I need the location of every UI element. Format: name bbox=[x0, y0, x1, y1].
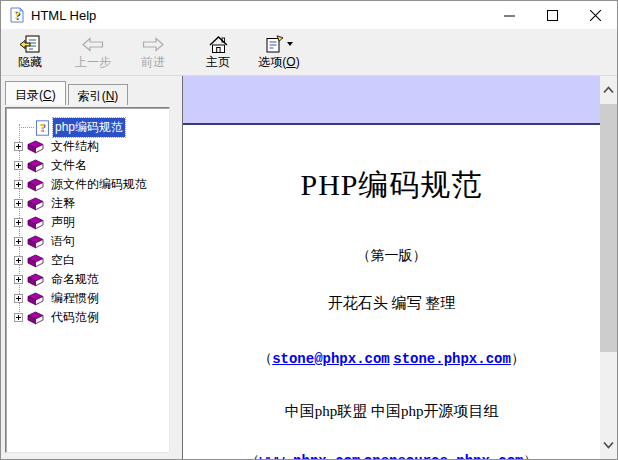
tree-item-label[interactable]: 注释 bbox=[49, 194, 77, 213]
tree-item-file-structure[interactable]: 文件结构 bbox=[6, 137, 169, 156]
close-button[interactable] bbox=[574, 1, 617, 29]
tree-item-label[interactable]: 代码范例 bbox=[49, 308, 101, 327]
tree-item-label[interactable]: php编码规范 bbox=[53, 118, 125, 137]
svg-text:?: ? bbox=[39, 121, 45, 133]
author-line: 开花石头 编写 整理 bbox=[183, 294, 600, 313]
help-page-icon: ? ? bbox=[35, 120, 50, 136]
tree-item-whitespace[interactable]: 空白 bbox=[6, 251, 169, 270]
tree-item-label[interactable]: 空白 bbox=[49, 251, 77, 270]
expand-plus-icon[interactable] bbox=[14, 275, 23, 284]
tree-item-label[interactable]: 文件名 bbox=[49, 156, 89, 175]
tree-item-comments[interactable]: 注释 bbox=[6, 194, 169, 213]
tab-index[interactable]: 索引(N) bbox=[68, 84, 129, 105]
edition-line: （第一版） bbox=[183, 247, 600, 265]
book-icon bbox=[27, 254, 44, 268]
tree-item-label[interactable]: 源文件的编码规范 bbox=[49, 175, 149, 194]
book-icon bbox=[27, 216, 44, 230]
help-app-icon: ? ? bbox=[9, 7, 25, 23]
window-title: HTML Help bbox=[31, 8, 96, 23]
tree-item-label[interactable]: 命名规范 bbox=[49, 270, 101, 289]
back-arrow-icon bbox=[81, 33, 105, 55]
hide-pane-icon bbox=[19, 33, 41, 55]
minimize-icon bbox=[504, 10, 515, 21]
tree-item-naming-conventions[interactable]: 命名规范 bbox=[6, 270, 169, 289]
tree-item-php-coding-standard[interactable]: ? ? php编码规范 bbox=[6, 118, 169, 137]
scroll-down-button[interactable] bbox=[600, 431, 617, 459]
tree-connector bbox=[19, 127, 34, 128]
nav-tabs: 目录(C) 索引(N) bbox=[5, 81, 182, 105]
back-label: 上一步 bbox=[75, 55, 111, 69]
chevron-up-icon bbox=[603, 86, 614, 94]
topic-pane: PHP编码规范 （第一版） 开花石头 编写 整理 （stone@phpx.com… bbox=[182, 76, 617, 459]
close-icon bbox=[590, 10, 601, 21]
tree-item-programming-practices[interactable]: 编程惯例 bbox=[6, 289, 169, 308]
site-line: （www.phpx.com opensource.phpx.com） bbox=[183, 452, 600, 459]
options-icon bbox=[265, 33, 293, 55]
book-icon bbox=[27, 235, 44, 249]
contents-tree: ? ? php编码规范 文件结构 文件名 bbox=[5, 107, 170, 453]
hide-label: 隐藏 bbox=[18, 55, 42, 69]
phpx-link[interactable]: www.phpx.com bbox=[260, 453, 361, 459]
hide-button[interactable]: 隐藏 bbox=[7, 32, 53, 74]
chevron-down-icon bbox=[603, 441, 614, 449]
title-bar: ? ? HTML Help bbox=[1, 1, 617, 29]
document-header-banner bbox=[183, 76, 600, 125]
document-title: PHP编码规范 bbox=[183, 165, 600, 206]
expand-plus-icon[interactable] bbox=[14, 218, 23, 227]
scrollbar-track[interactable] bbox=[600, 104, 617, 431]
tree-item-label[interactable]: 语句 bbox=[49, 232, 77, 251]
tree-item-source-coding-standard[interactable]: 源文件的编码规范 bbox=[6, 175, 169, 194]
navigation-pane: 目录(C) 索引(N) ? ? php编码规范 文件结构 bbox=[1, 76, 182, 459]
scroll-up-button[interactable] bbox=[600, 76, 617, 104]
home-button[interactable]: 主页 bbox=[195, 32, 241, 74]
forward-arrow-icon bbox=[141, 33, 165, 55]
maximize-icon bbox=[547, 10, 558, 21]
organization-line: 中国php联盟 中国php开源项目组 bbox=[183, 402, 600, 421]
vertical-scrollbar[interactable] bbox=[600, 76, 617, 459]
home-icon bbox=[208, 33, 229, 55]
book-icon bbox=[27, 292, 44, 306]
toolbar: 隐藏 上一步 前进 bbox=[1, 29, 617, 76]
tree-item-code-examples[interactable]: 代码范例 bbox=[6, 308, 169, 327]
tab-contents[interactable]: 目录(C) bbox=[5, 81, 66, 105]
expand-plus-icon[interactable] bbox=[14, 142, 23, 151]
options-button[interactable]: 选项(O) bbox=[249, 32, 309, 74]
contact-line: （stone@phpx.com stone.phpx.com） bbox=[183, 350, 600, 368]
expand-plus-icon[interactable] bbox=[14, 294, 23, 303]
book-icon bbox=[27, 140, 44, 154]
html-help-window: ? ? HTML Help bbox=[0, 0, 618, 460]
expand-plus-icon[interactable] bbox=[14, 199, 23, 208]
main-area: 目录(C) 索引(N) ? ? php编码规范 文件结构 bbox=[1, 76, 617, 459]
options-label: 选项(O) bbox=[258, 55, 299, 69]
document: PHP编码规范 （第一版） 开花石头 编写 整理 （stone@phpx.com… bbox=[183, 76, 600, 459]
expand-plus-icon[interactable] bbox=[14, 161, 23, 170]
scrollbar-thumb[interactable] bbox=[600, 104, 617, 352]
opensource-link[interactable]: opensource.phpx.com bbox=[364, 453, 524, 459]
tree-item-statements[interactable]: 语句 bbox=[6, 232, 169, 251]
book-icon bbox=[27, 273, 44, 287]
forward-button[interactable]: 前进 bbox=[125, 32, 181, 74]
email-link[interactable]: stone@phpx.com bbox=[272, 351, 390, 367]
expand-plus-icon[interactable] bbox=[14, 180, 23, 189]
tree-item-label[interactable]: 声明 bbox=[49, 213, 77, 232]
tree-item-declarations[interactable]: 声明 bbox=[6, 213, 169, 232]
book-icon bbox=[27, 311, 44, 325]
maximize-button[interactable] bbox=[531, 1, 574, 29]
book-icon bbox=[27, 159, 44, 173]
tree-item-label[interactable]: 编程惯例 bbox=[49, 289, 101, 308]
forward-label: 前进 bbox=[141, 55, 165, 69]
back-button[interactable]: 上一步 bbox=[65, 32, 121, 74]
expand-plus-icon[interactable] bbox=[14, 256, 23, 265]
homepage-link[interactable]: stone.phpx.com bbox=[393, 351, 511, 367]
tree-item-file-name[interactable]: 文件名 bbox=[6, 156, 169, 175]
svg-text:?: ? bbox=[14, 8, 20, 22]
minimize-button[interactable] bbox=[488, 1, 531, 29]
expand-plus-icon[interactable] bbox=[14, 313, 23, 322]
book-icon bbox=[27, 197, 44, 211]
expand-plus-icon[interactable] bbox=[14, 237, 23, 246]
book-icon bbox=[27, 178, 44, 192]
options-dropdown-caret-icon bbox=[287, 42, 293, 46]
home-label: 主页 bbox=[206, 55, 230, 69]
tree-item-label[interactable]: 文件结构 bbox=[49, 137, 101, 156]
